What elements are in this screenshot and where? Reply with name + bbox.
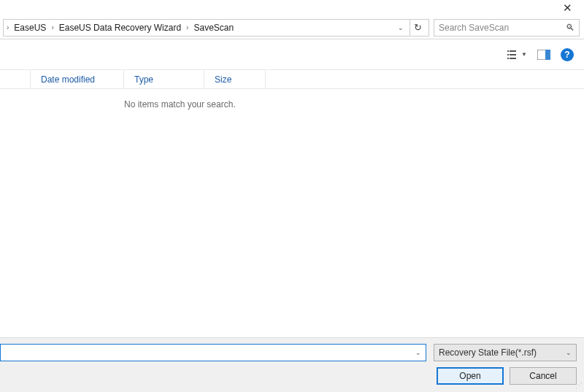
- search-placeholder: Search SaveScan: [439, 23, 509, 33]
- column-headers: Date modified Type Size: [0, 70, 584, 89]
- breadcrumb[interactable]: › EaseUS › EaseUS Data Recovery Wizard ›…: [3, 19, 429, 36]
- file-list-area: Date modified Type Size No items match y…: [0, 70, 584, 339]
- chevron-right-icon: ›: [186, 23, 188, 31]
- breadcrumb-item[interactable]: EaseUS: [12, 21, 48, 34]
- view-options-button[interactable]: ▼: [507, 50, 527, 60]
- help-icon[interactable]: ?: [561, 48, 574, 61]
- svg-rect-7: [545, 50, 550, 60]
- search-input[interactable]: Search SaveScan 🔍︎: [434, 19, 580, 36]
- svg-rect-2: [507, 54, 509, 55]
- search-icon: 🔍︎: [566, 23, 575, 33]
- toolbar: ▼ ?: [0, 39, 584, 70]
- refresh-icon[interactable]: ↻: [410, 20, 426, 36]
- empty-message: No items match your search.: [124, 99, 584, 109]
- filetype-label: Recovery State File(*.rsf): [439, 347, 537, 358]
- button-row: Open Cancel: [0, 367, 577, 385]
- titlebar: ✕: [0, 0, 584, 16]
- chevron-right-icon: ›: [51, 23, 53, 31]
- open-button[interactable]: Open: [437, 367, 504, 385]
- svg-rect-5: [510, 58, 516, 59]
- list-icon: [507, 50, 519, 60]
- column-header-date[interactable]: Date modified: [31, 70, 124, 88]
- chevron-down-icon[interactable]: ⌄: [415, 349, 421, 356]
- chevron-down-icon: ▼: [521, 51, 527, 58]
- chevron-right-icon: ›: [7, 23, 9, 31]
- close-icon[interactable]: ✕: [558, 1, 577, 15]
- breadcrumb-item[interactable]: EaseUS Data Recovery Wizard: [57, 21, 183, 34]
- column-header-type[interactable]: Type: [124, 70, 204, 88]
- svg-rect-4: [507, 58, 509, 59]
- resize-grip-icon[interactable]: ⋰: [575, 383, 583, 391]
- svg-rect-3: [510, 54, 516, 55]
- cancel-button[interactable]: Cancel: [510, 367, 577, 385]
- column-header-spacer: [0, 70, 31, 88]
- svg-rect-0: [507, 50, 509, 52]
- chevron-down-icon[interactable]: ⌄: [395, 24, 407, 31]
- navbar: › EaseUS › EaseUS Data Recovery Wizard ›…: [0, 16, 584, 39]
- preview-pane-button[interactable]: [537, 50, 550, 60]
- column-header-size[interactable]: Size: [204, 70, 266, 88]
- svg-rect-1: [510, 50, 516, 52]
- chevron-down-icon: ⌄: [566, 349, 572, 356]
- filetype-select[interactable]: Recovery State File(*.rsf) ⌄: [434, 344, 577, 361]
- breadcrumb-item[interactable]: SaveScan: [191, 21, 236, 34]
- panel-icon: [537, 50, 550, 60]
- filename-input[interactable]: ⌄: [0, 344, 426, 361]
- dialog-footer: ⌄ Recovery State File(*.rsf) ⌄ Open Canc…: [0, 337, 584, 392]
